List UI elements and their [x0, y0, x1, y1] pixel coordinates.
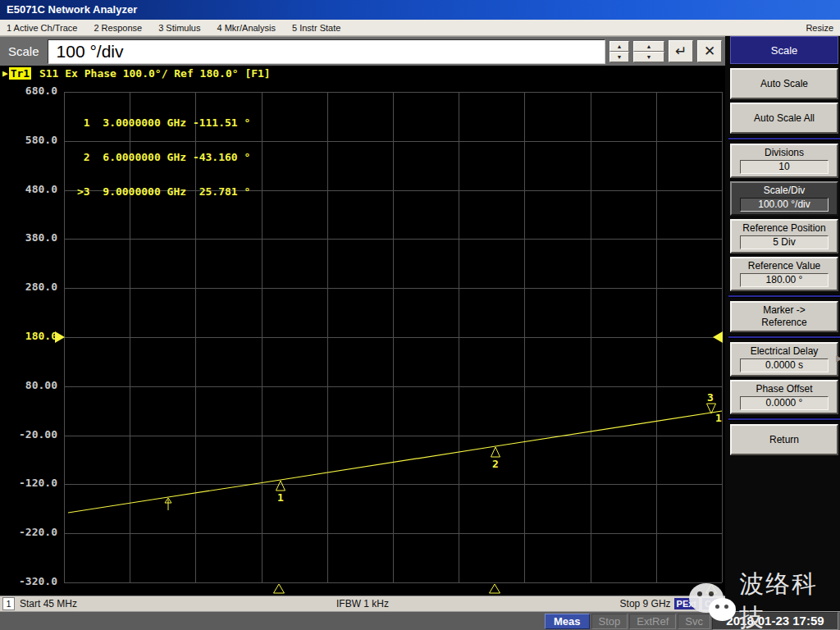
- marker2-icon: [491, 447, 500, 457]
- reference-position-button[interactable]: Reference Position 5 Div: [730, 219, 838, 253]
- marker-readout-row1: 1 3.0000000 GHz -111.51 °: [77, 117, 250, 129]
- marker3-trace-number: 1: [715, 412, 722, 424]
- entry-toolbar: Scale 100 °/div ▲ ▼ ▲ ▼ ↵ ✕: [0, 36, 725, 66]
- reference-value-button[interactable]: Reference Value 180.00 °: [730, 257, 838, 291]
- marker3-number: 3: [707, 391, 714, 404]
- marker-readout-row3: >3 9.0000000 GHz 25.781 °: [77, 186, 250, 198]
- softkey-separator: [728, 294, 840, 298]
- entry-label: Scale: [8, 44, 39, 58]
- spin-up-large-icon[interactable]: ▲: [633, 41, 664, 52]
- spin-up-small-icon[interactable]: ▲: [609, 41, 629, 52]
- scale-div-button[interactable]: Scale/Div 100.00 °/div: [730, 181, 838, 216]
- reference-arrow-right-icon: [713, 331, 723, 343]
- auto-scale-button[interactable]: Auto Scale: [730, 68, 838, 99]
- window-titlebar: E5071C Network Analyzer: [0, 0, 840, 20]
- marker-readout: 1 3.0000000 GHz -111.51 ° 2 6.0000000 GH…: [77, 94, 250, 221]
- enter-button[interactable]: ↵: [669, 40, 693, 62]
- reference-value-value: 180.00 °: [740, 273, 829, 287]
- watermark-text: 波络科技: [739, 568, 840, 630]
- menu-instr-state[interactable]: 5 Instr State: [292, 23, 340, 33]
- fine-spinner: ▲ ▼: [609, 41, 629, 62]
- marker1-number: 1: [277, 491, 284, 504]
- softkey-separator: [728, 336, 840, 339]
- wechat-icon: [684, 582, 736, 621]
- phase-offset-value: 0.0000 °: [740, 396, 829, 410]
- softkey-menu: Scale Auto Scale Auto Scale All Division…: [725, 36, 840, 611]
- ifbw-value: IFBW 1 kHz: [336, 598, 389, 609]
- scale-entry-field[interactable]: 100 °/div: [48, 39, 605, 64]
- softkey-separator: [728, 137, 840, 140]
- softkey-menu-title: Scale: [730, 36, 838, 64]
- trace-tick-icon: [165, 498, 171, 510]
- extref-indicator: ExtRef: [629, 614, 676, 629]
- menu-stimulus[interactable]: 3 Stimulus: [158, 23, 200, 33]
- channel-number-box: 1: [2, 597, 15, 610]
- marker1-stimulus-icon: [274, 584, 285, 593]
- reference-position-value: 5 Div: [740, 235, 829, 249]
- meas-status-button[interactable]: Meas: [545, 614, 590, 629]
- measurement-display: ▶ Tr1 S11 Ex Phase 100.0°/ Ref 180.0° [F…: [0, 66, 725, 596]
- marker-readout-row2: 2 6.0000000 GHz -43.160 °: [77, 152, 250, 163]
- marker2-stimulus-icon: [490, 584, 500, 593]
- marker1-icon: [276, 481, 285, 491]
- electrical-delay-button[interactable]: Electrical Delay 0.0000 s ▶: [730, 342, 838, 377]
- watermark: 波络科技: [684, 568, 840, 630]
- softkey-separator: [728, 418, 840, 421]
- menu-bar: 1 Active Ch/Trace 2 Response 3 Stimulus …: [0, 20, 840, 36]
- window-title: E5071C Network Analyzer: [7, 3, 137, 16]
- spin-down-large-icon[interactable]: ▼: [633, 52, 664, 62]
- channel-status-bar: 1 Start 45 MHz IFBW 1 kHz Stop 9 GHz PEx…: [0, 596, 725, 611]
- close-entry-button[interactable]: ✕: [697, 40, 722, 62]
- coarse-spinner: ▲ ▼: [633, 41, 664, 62]
- electrical-delay-value: 0.0000 s: [740, 358, 829, 372]
- menu-response[interactable]: 2 Response: [94, 23, 142, 33]
- menu-resize[interactable]: Resize: [806, 23, 833, 33]
- scale-div-value: 100.00 °/div: [740, 198, 829, 212]
- reference-arrow-left-icon: [55, 331, 65, 343]
- phase-offset-button[interactable]: Phase Offset 0.0000 °: [730, 380, 838, 414]
- spin-down-small-icon[interactable]: ▼: [609, 52, 629, 62]
- divisions-button[interactable]: Divisions 10: [730, 144, 838, 178]
- divisions-value: 10: [740, 160, 829, 174]
- menu-mkr-analysis[interactable]: 4 Mkr/Analysis: [217, 23, 276, 33]
- trace1-curve: [68, 411, 722, 513]
- menu-active-ch-trace[interactable]: 1 Active Ch/Trace: [7, 23, 77, 33]
- start-frequency: Start 45 MHz: [20, 598, 77, 609]
- marker2-number: 2: [492, 458, 499, 470]
- return-button[interactable]: Return: [730, 424, 838, 455]
- marker-to-reference-button[interactable]: Marker -> Reference: [730, 301, 838, 332]
- submenu-arrow-icon: ▶: [836, 354, 840, 363]
- stop-frequency: Stop 9 GHz: [620, 598, 671, 609]
- auto-scale-all-button[interactable]: Auto Scale All: [730, 103, 838, 134]
- sweep-stop-indicator: Stop: [591, 614, 628, 629]
